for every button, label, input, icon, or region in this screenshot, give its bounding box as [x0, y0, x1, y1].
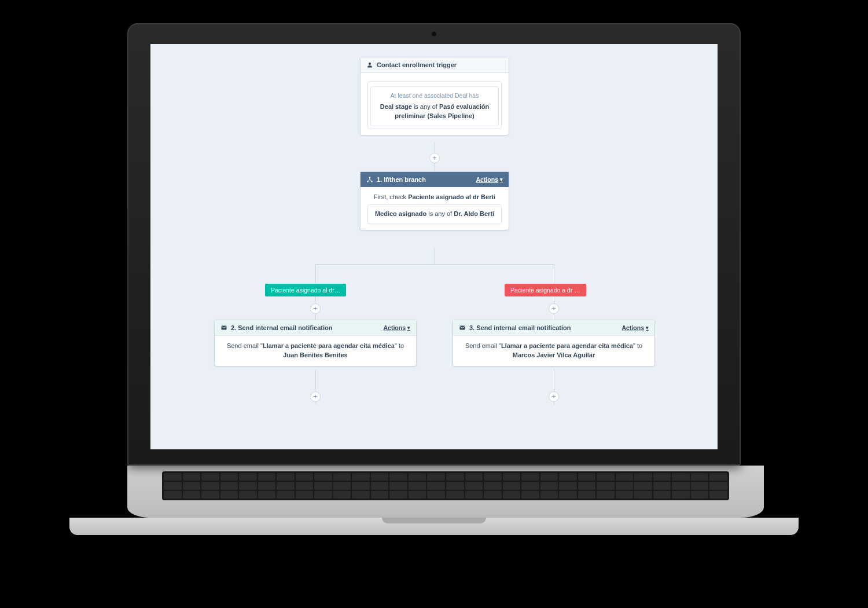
action3-header: 3. Send internal email notification Acti… — [453, 320, 654, 336]
action3-title: 3. Send internal email notification — [469, 324, 571, 331]
chevron-down-icon: ▾ — [646, 325, 649, 331]
branch-criteria-box: Medico asignado is any of Dr. Aldo Berti — [367, 204, 502, 224]
email-action-node-3[interactable]: 3. Send internal email notification Acti… — [453, 320, 655, 367]
keyboard-deck — [127, 466, 764, 518]
connector — [315, 264, 316, 284]
laptop-mockup: Contact enrollment trigger At least one … — [127, 23, 741, 535]
action2-title: 2. Send internal email notification — [231, 324, 332, 331]
branch-icon — [366, 176, 373, 183]
enrollment-trigger-node[interactable]: Contact enrollment trigger At least one … — [360, 57, 509, 135]
keyboard — [162, 471, 729, 500]
mail-icon — [459, 324, 466, 331]
if-then-branch-node[interactable]: 1. If/then branch Actions▾ First, check … — [360, 171, 509, 230]
branch-actions-link[interactable]: Actions▾ — [476, 176, 503, 183]
chevron-down-icon: ▾ — [500, 177, 503, 182]
action2-actions-link[interactable]: Actions▾ — [383, 324, 410, 331]
action3-body: Send email "Llamar a paciente para agend… — [453, 336, 654, 366]
action3-actions-link[interactable]: Actions▾ — [621, 324, 649, 331]
chevron-down-icon: ▾ — [407, 325, 410, 331]
connector — [435, 248, 435, 264]
add-step-button-left[interactable]: + — [310, 303, 321, 314]
svg-point-0 — [369, 63, 371, 65]
action2-header: 2. Send internal email notification Acti… — [215, 320, 416, 336]
connector — [315, 264, 554, 265]
email-action-node-2[interactable]: 2. Send internal email notification Acti… — [214, 320, 417, 367]
trigger-title: Contact enrollment trigger — [377, 61, 457, 68]
mail-icon — [220, 324, 227, 331]
branch-label-yes[interactable]: Paciente asignado al dr… — [265, 284, 346, 296]
branch-header: 1. If/then branch Actions▾ — [361, 172, 509, 187]
add-step-button-right[interactable]: + — [549, 303, 559, 314]
trigger-header: Contact enrollment trigger — [361, 57, 509, 73]
add-step-button[interactable]: + — [429, 153, 440, 163]
trigger-hint: At least one associated Deal has — [377, 91, 492, 100]
add-step-button-right-2[interactable]: + — [549, 391, 559, 402]
laptop-base — [69, 518, 799, 535]
screen-bezel: Contact enrollment trigger At least one … — [127, 23, 741, 466]
webcam-dot — [432, 31, 437, 36]
action2-body: Send email "Llamar a paciente para agend… — [215, 336, 416, 366]
add-step-button-left-2[interactable]: + — [310, 391, 321, 402]
trigger-criteria: Deal stage is any of Pasó evaluación pre… — [377, 102, 492, 121]
trigger-body: At least one associated Deal has Deal st… — [361, 73, 509, 135]
connector — [554, 264, 554, 284]
branch-body: First, check Paciente asignado al dr Ber… — [361, 187, 509, 230]
branch-check-text: First, check Paciente asignado al dr Ber… — [367, 193, 502, 202]
branch-title: 1. If/then branch — [377, 176, 426, 183]
contact-icon — [366, 61, 373, 68]
branch-label-no[interactable]: Paciente asignado a dr … — [505, 284, 586, 296]
workflow-canvas[interactable]: Contact enrollment trigger At least one … — [150, 44, 718, 449]
svg-point-1 — [369, 177, 371, 178]
